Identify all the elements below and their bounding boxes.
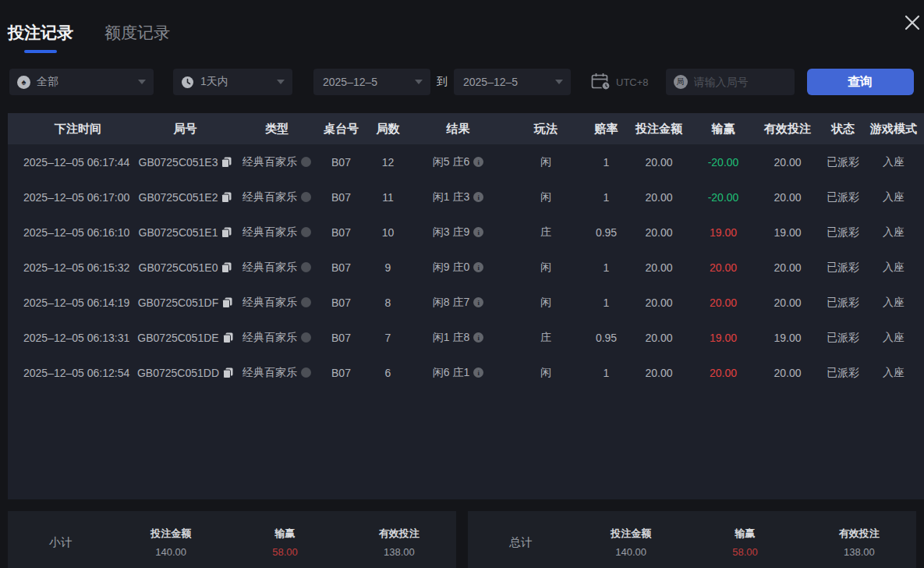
cell-round_id: GB0725C051DE (133, 332, 238, 344)
round-search-box[interactable]: 局 (666, 69, 795, 95)
time-range-value: 1天内 (200, 75, 272, 89)
cell-table_no: B07 (316, 367, 366, 379)
cell-valid: 20.00 (756, 367, 819, 379)
game-type-select[interactable]: ♠ 全部 (9, 69, 154, 95)
cell-type: 经典百家乐 (238, 331, 316, 345)
cell-play: 闲 (507, 366, 585, 380)
info-icon[interactable]: i (473, 332, 483, 343)
cell-status: 已派彩 (819, 261, 867, 275)
game-type-dot-icon (301, 227, 311, 237)
round-search-input[interactable] (694, 76, 787, 88)
game-type-text: 经典百家乐 (243, 261, 297, 275)
cell-winloss: 19.00 (690, 226, 756, 239)
cell-mode: 入座 (867, 366, 920, 380)
info-icon[interactable]: i (473, 367, 483, 378)
cell-winloss: 20.00 (690, 261, 756, 274)
date-from-value: 2025–12–5 (323, 76, 410, 88)
cell-result: 闲1 庄8i (409, 331, 507, 345)
cell-bet: 20.00 (628, 332, 690, 344)
winloss-value: 19.00 (710, 332, 737, 344)
cell-time: 2025–12–05 06:12:54 (8, 367, 133, 379)
cell-play: 闲 (507, 155, 585, 169)
cell-status: 已派彩 (819, 366, 867, 380)
cell-winloss: 20.00 (690, 367, 756, 379)
copy-icon[interactable] (221, 157, 232, 168)
tab-betting-records[interactable]: 投注记录 (8, 22, 73, 53)
cell-play: 闲 (507, 190, 585, 204)
game-type-text: 经典百家乐 (243, 366, 297, 380)
subtotal-winloss-value: 58.00 (228, 546, 342, 558)
info-icon[interactable]: i (473, 192, 483, 202)
copy-icon[interactable] (221, 262, 232, 273)
copy-icon[interactable] (223, 367, 233, 378)
tab-betting-records-label: 投注记录 (8, 23, 73, 41)
date-to-label: 到 (437, 75, 448, 89)
close-icon[interactable] (901, 11, 924, 34)
game-type-text: 经典百家乐 (243, 155, 297, 169)
cell-table_no: B07 (316, 156, 366, 169)
round-icon: 局 (674, 75, 688, 89)
cell-time: 2025–12–05 06:16:10 (8, 226, 133, 239)
copy-icon[interactable] (221, 192, 232, 203)
subtotal-bet-value: 140.00 (114, 546, 228, 558)
copy-icon[interactable] (223, 332, 233, 343)
total-winloss: 输赢 58.00 (688, 527, 802, 558)
cell-round: 9 (366, 261, 409, 274)
subtotal-panel: 小计 投注金额 140.00 输赢 58.00 有效投注 138.00 (8, 511, 456, 568)
query-button[interactable]: 查询 (807, 69, 914, 95)
cell-odds: 1 (585, 156, 628, 169)
cell-valid: 20.00 (756, 296, 819, 309)
game-type-dot-icon (301, 262, 311, 272)
cell-bet: 20.00 (628, 226, 690, 239)
cell-result: 闲3 庄9i (409, 225, 507, 240)
round-id-text: GB0725C051DD (137, 367, 219, 379)
cell-bet: 20.00 (628, 191, 690, 204)
table-row: 2025–12–05 06:16:10GB0725C051E1经典百家乐B071… (8, 215, 924, 250)
cell-odds: 0.95 (585, 332, 628, 344)
info-icon[interactable]: i (473, 157, 483, 167)
cell-winloss: -20.00 (690, 191, 756, 204)
table-row: 2025–12–05 06:15:32GB0725C051E0经典百家乐B079… (8, 250, 924, 285)
cell-valid: 20.00 (756, 261, 819, 274)
column-header-bet: 投注金额 (628, 122, 690, 137)
cell-mode: 入座 (867, 225, 920, 240)
copy-icon[interactable] (221, 227, 232, 238)
tab-quota-records[interactable]: 额度记录 (104, 22, 170, 53)
cell-valid: 20.00 (756, 156, 819, 169)
timezone-label: UTC+8 (616, 76, 649, 88)
column-header-type: 类型 (238, 122, 316, 137)
subtotal-winloss-label: 输赢 (228, 527, 342, 541)
time-range-select[interactable]: 1天内 (173, 69, 292, 95)
game-type-dot-icon (301, 157, 311, 167)
date-from-select[interactable]: 2025–12–5 (313, 69, 430, 95)
copy-icon[interactable] (222, 297, 232, 308)
winloss-value: 19.00 (710, 226, 737, 239)
cell-round_id: GB0725C051DF (133, 296, 238, 309)
cell-result: 闲5 庄6i (409, 155, 507, 169)
cell-result: 闲6 庄1i (409, 366, 507, 380)
tab-bar: 投注记录 额度记录 (8, 22, 170, 53)
info-icon[interactable]: i (473, 262, 483, 272)
cell-type: 经典百家乐 (238, 190, 316, 204)
cell-round_id: GB0725C051E3 (133, 156, 238, 169)
table-header-row: 下注时间局号类型桌台号局数结果玩法赔率投注金额输赢有效投注状态游戏模式 (8, 113, 924, 144)
result-text: 闲1 庄8 (433, 331, 469, 345)
cell-play: 闲 (507, 296, 585, 310)
column-header-round_id: 局号 (133, 122, 238, 137)
cell-mode: 入座 (867, 190, 920, 204)
cell-table_no: B07 (316, 332, 366, 344)
total-valid: 有效投注 138.00 (802, 527, 916, 558)
table-row: 2025–12–05 06:17:00GB0725C051E2经典百家乐B071… (8, 179, 924, 215)
cell-result: 闲8 庄7i (409, 296, 507, 310)
column-header-winloss: 输赢 (690, 122, 756, 137)
cell-status: 已派彩 (819, 225, 867, 240)
info-icon[interactable]: i (473, 297, 483, 307)
winloss-value: 20.00 (710, 367, 737, 379)
cell-play: 庄 (507, 331, 585, 345)
cell-bet: 20.00 (628, 156, 690, 169)
info-icon[interactable]: i (473, 227, 483, 237)
result-text: 闲3 庄9 (433, 225, 469, 240)
date-to-select[interactable]: 2025–12–5 (454, 69, 571, 95)
cell-round_id: GB0725C051E2 (133, 191, 238, 204)
cell-round_id: GB0725C051E1 (133, 226, 238, 239)
